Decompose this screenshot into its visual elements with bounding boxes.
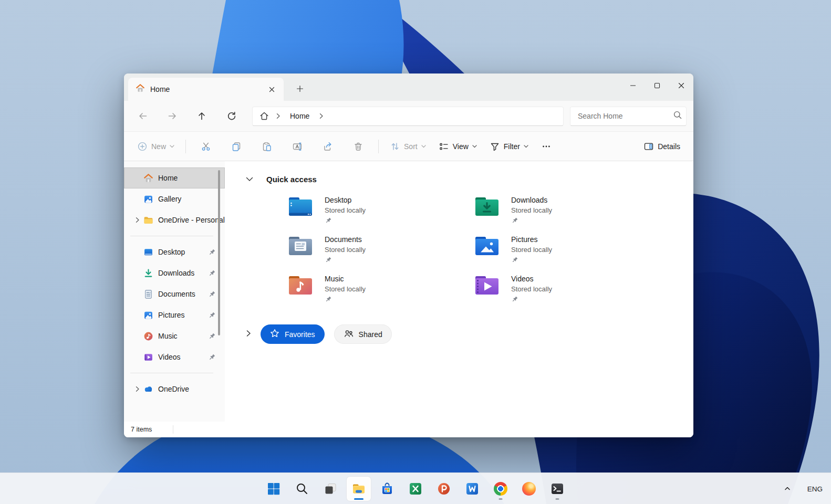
downloads-icon bbox=[143, 268, 153, 278]
sidebar-item-downloads[interactable]: Downloads bbox=[124, 262, 225, 284]
copy-icon[interactable] bbox=[221, 136, 252, 156]
sidebar-item-desktop[interactable]: Desktop bbox=[124, 242, 225, 262]
window-controls bbox=[621, 74, 693, 98]
sidebar-scrollbar[interactable] bbox=[218, 170, 220, 335]
videos-folder-icon bbox=[474, 275, 500, 299]
back-icon[interactable] bbox=[128, 106, 158, 127]
tile-subtitle: Stored locally bbox=[325, 245, 366, 255]
navigation-pane: Home Gallery OneDrive - Pe bbox=[124, 161, 225, 422]
tile-subtitle: Stored locally bbox=[511, 245, 552, 255]
pin-icon bbox=[208, 353, 216, 361]
quick-access-section-header[interactable]: Quick access bbox=[246, 173, 693, 185]
excel-icon[interactable] bbox=[403, 477, 428, 501]
minimize-button[interactable] bbox=[621, 74, 645, 98]
hidden-icons-chevron-icon[interactable] bbox=[783, 484, 792, 494]
chrome-icon[interactable] bbox=[489, 477, 513, 501]
sidebar-item-pictures[interactable]: Pictures bbox=[124, 304, 225, 326]
favorites-pivot[interactable]: Favorites bbox=[261, 324, 325, 344]
powerpoint-icon[interactable] bbox=[432, 477, 456, 501]
onedrive-cloud-icon bbox=[143, 384, 153, 394]
tile-pictures[interactable]: Pictures Stored locally bbox=[474, 234, 661, 274]
shared-pivot[interactable]: Shared bbox=[334, 324, 392, 344]
sort-button[interactable]: Sort bbox=[383, 136, 432, 156]
refresh-icon[interactable] bbox=[216, 106, 246, 127]
sidebar-item-videos[interactable]: Videos bbox=[124, 346, 225, 368]
tile-desktop[interactable]: Desktop Stored locally bbox=[288, 195, 474, 234]
microsoft-store-icon[interactable] bbox=[375, 477, 399, 501]
terminal-icon[interactable] bbox=[545, 477, 569, 501]
chevron-down-icon[interactable] bbox=[246, 174, 253, 184]
documents-icon bbox=[143, 289, 153, 299]
pin-icon bbox=[325, 296, 366, 305]
sidebar-item-music[interactable]: Music bbox=[124, 326, 225, 346]
status-divider bbox=[173, 425, 173, 434]
firefox-icon[interactable] bbox=[517, 477, 541, 501]
tile-music[interactable]: Music Stored locally bbox=[288, 274, 474, 313]
breadcrumb-home[interactable]: Home bbox=[285, 112, 315, 120]
start-icon[interactable] bbox=[262, 477, 286, 501]
search-box[interactable] bbox=[570, 107, 687, 126]
paste-icon[interactable] bbox=[252, 136, 282, 156]
delete-icon[interactable] bbox=[343, 136, 373, 156]
language-indicator[interactable]: ENG bbox=[807, 485, 823, 493]
taskbar-apps bbox=[262, 477, 569, 501]
cut-icon[interactable] bbox=[191, 136, 221, 156]
task-view-icon[interactable] bbox=[318, 477, 342, 501]
search-icon[interactable] bbox=[290, 477, 314, 501]
sidebar-item-onedrive-personal[interactable]: OneDrive - Personal bbox=[124, 209, 225, 230]
new-button-label: New bbox=[151, 142, 166, 151]
tile-downloads[interactable]: Downloads Stored locally bbox=[474, 195, 661, 234]
desktop: Home bbox=[0, 0, 831, 504]
forward-icon[interactable] bbox=[158, 106, 187, 127]
file-explorer-icon[interactable] bbox=[347, 477, 371, 501]
search-icon[interactable] bbox=[673, 110, 682, 122]
more-options-icon[interactable] bbox=[535, 136, 558, 156]
breadcrumb-chevron-icon[interactable] bbox=[273, 113, 284, 119]
home-outline-icon[interactable] bbox=[257, 111, 272, 121]
sidebar-item-label: OneDrive bbox=[158, 385, 225, 393]
pivot-label: Favorites bbox=[285, 330, 315, 339]
sidebar-item-documents[interactable]: Documents bbox=[124, 284, 225, 304]
chevron-right-icon[interactable] bbox=[246, 330, 251, 339]
music-folder-icon bbox=[288, 275, 313, 299]
pin-icon bbox=[511, 217, 552, 226]
sidebar-item-onedrive[interactable]: OneDrive bbox=[124, 379, 225, 400]
share-icon[interactable] bbox=[313, 136, 343, 156]
tab-home[interactable]: Home bbox=[128, 78, 284, 101]
close-button[interactable] bbox=[669, 74, 693, 98]
view-button-label: View bbox=[453, 142, 469, 151]
new-tab-button[interactable] bbox=[291, 80, 309, 98]
tile-name: Videos bbox=[511, 274, 552, 284]
content-area: Quick access Desktop Stored locally bbox=[225, 161, 693, 422]
chevron-down-icon bbox=[170, 145, 174, 148]
sidebar-item-gallery[interactable]: Gallery bbox=[124, 188, 225, 209]
home-icon bbox=[136, 83, 145, 95]
toolbar-divider bbox=[185, 140, 186, 153]
sidebar-item-label: Downloads bbox=[158, 269, 206, 277]
gallery-icon bbox=[143, 194, 153, 204]
address-bar[interactable]: Home bbox=[252, 107, 564, 126]
tab-bar: Home bbox=[124, 74, 693, 101]
expand-chevron-icon[interactable] bbox=[131, 386, 143, 392]
new-button[interactable]: New bbox=[131, 136, 181, 156]
word-icon[interactable] bbox=[460, 477, 484, 501]
details-button[interactable]: Details bbox=[637, 136, 687, 156]
command-bar: New Sort bbox=[124, 131, 693, 161]
tab-close-icon[interactable] bbox=[265, 82, 278, 96]
sidebar-item-home[interactable]: Home bbox=[124, 167, 225, 188]
search-input[interactable] bbox=[578, 112, 673, 120]
view-button[interactable]: View bbox=[432, 136, 483, 156]
tile-videos[interactable]: Videos Stored locally bbox=[474, 274, 661, 313]
tile-subtitle: Stored locally bbox=[511, 284, 552, 294]
breadcrumb-chevron-icon[interactable] bbox=[316, 113, 327, 119]
tile-name: Pictures bbox=[511, 234, 552, 245]
tile-documents[interactable]: Documents Stored locally bbox=[288, 234, 474, 274]
running-app-indicator bbox=[556, 498, 559, 500]
pin-icon bbox=[208, 311, 216, 319]
up-icon[interactable] bbox=[187, 106, 216, 127]
maximize-button[interactable] bbox=[645, 74, 669, 98]
rename-icon[interactable] bbox=[282, 136, 313, 156]
music-icon bbox=[143, 331, 153, 341]
filter-button[interactable]: Filter bbox=[483, 136, 535, 156]
expand-chevron-icon[interactable] bbox=[131, 217, 143, 223]
